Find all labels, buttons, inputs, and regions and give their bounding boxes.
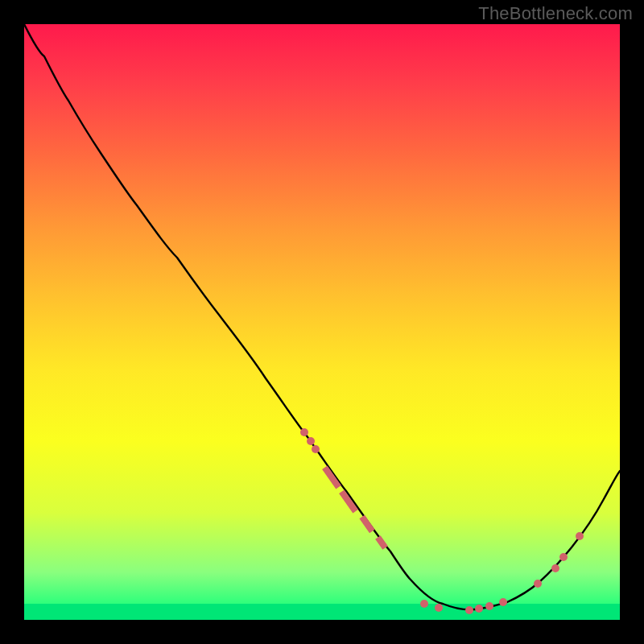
curve-dot-marker	[420, 600, 428, 608]
curve-dot-marker	[485, 602, 493, 610]
curve-dot-marker	[551, 564, 559, 572]
curve-dot-marker	[307, 437, 315, 445]
curve-dot-marker	[534, 580, 542, 588]
curve-dot-marker	[300, 428, 308, 436]
curve-dot-marker	[559, 553, 568, 561]
curve-dot-marker	[312, 445, 320, 453]
curve-dot-marker	[465, 606, 473, 614]
chart-plot-area	[24, 24, 620, 620]
main-curve	[24, 24, 620, 609]
curve-dot-marker	[576, 532, 584, 540]
curve-segment-marker	[359, 515, 374, 534]
watermark-label: TheBottleneck.com	[478, 3, 633, 24]
curve-dot-marker	[475, 605, 483, 613]
curve-segment-marker	[322, 465, 341, 489]
chart-svg	[24, 24, 620, 620]
curve-dot-marker	[435, 604, 443, 612]
curve-dot-marker	[499, 598, 507, 606]
